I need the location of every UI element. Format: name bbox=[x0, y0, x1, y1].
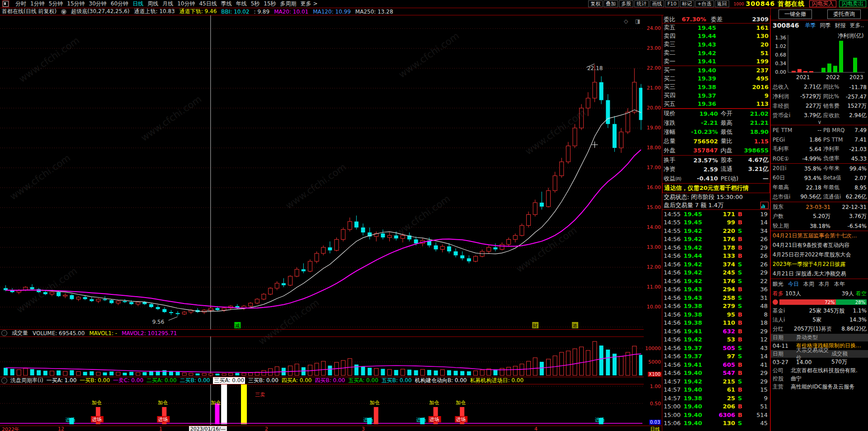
menu-item-日线[interactable]: 日线 bbox=[132, 0, 143, 8]
menu-item-年线[interactable]: 年线 bbox=[236, 0, 247, 8]
block-trade-table: 日期大宗交易成交价成交额03-2714.00570万 bbox=[771, 350, 868, 366]
sell-book: 卖五19.45161卖四19.44130卖三19.4320卖二19.4251卖一… bbox=[662, 24, 770, 66]
news-item[interactable]: 04月21日有9条投资者互动内容 bbox=[771, 241, 868, 250]
info-label: PE(动) bbox=[718, 175, 744, 183]
window-icon[interactable] bbox=[3, 1, 9, 7]
f10-value: 7.49 bbox=[846, 127, 867, 133]
tick-time: 14:56 bbox=[664, 303, 684, 309]
menu-item-季线[interactable]: 季线 bbox=[221, 0, 232, 8]
news-item[interactable]: 4月21日 深股通,无大净额交易 bbox=[771, 269, 868, 279]
f10-value: 90.56亿 bbox=[796, 193, 821, 201]
f10-tab-财报[interactable]: 财报 bbox=[835, 22, 845, 29]
book-label: 卖五 bbox=[664, 24, 684, 32]
news-item[interactable]: 04月21日第五届监事会第十七次… bbox=[771, 231, 868, 241]
tool-button-多股[interactable]: 多股 bbox=[619, 0, 633, 7]
tool-button-画线[interactable]: 画线 bbox=[650, 0, 664, 7]
menu-item-10分钟[interactable]: 10分钟 bbox=[177, 0, 195, 8]
menu-item-1分钟[interactable]: 1分钟 bbox=[30, 0, 45, 8]
tick-count: 45 bbox=[748, 420, 769, 426]
holder-rows: 股东23-03-3122-12-31户数5.20万3.76万较上期38.18%-… bbox=[771, 202, 868, 231]
tool-button-复权[interactable]: 复权 bbox=[588, 0, 603, 7]
news-item[interactable]: 2023年一季报于4月22日披露 bbox=[771, 260, 868, 269]
tick-price: 19.43 bbox=[684, 286, 710, 293]
tick-count: 29 bbox=[748, 269, 769, 276]
tool-button-F10[interactable]: F10 bbox=[665, 0, 679, 7]
buy-row: 买一19.40237 bbox=[662, 66, 770, 75]
sentiment-row: 看多103人39人看空 bbox=[771, 289, 868, 298]
f10-label: 货币金i bbox=[773, 112, 796, 119]
tick-volume: 130 bbox=[710, 420, 738, 426]
f10-panel: 一键全撤 委托查询 300846 单季同季财报更多.. 净利润(亿)1.361.… bbox=[770, 8, 868, 431]
f10-value: -11.78 bbox=[846, 84, 867, 90]
order-query-button[interactable]: 委托查询 bbox=[827, 9, 861, 19]
tool-button-标记[interactable]: 标记 bbox=[680, 0, 694, 7]
menu-item-周线[interactable]: 周线 bbox=[147, 0, 158, 8]
volume-chart[interactable] bbox=[0, 336, 642, 376]
menu-item-多周期[interactable]: 多周期 bbox=[280, 0, 297, 8]
menu-item-45日线[interactable]: 45日线 bbox=[199, 0, 217, 8]
menu-item-5秒[interactable]: 5秒 bbox=[251, 0, 260, 8]
f10-label: 分红 bbox=[773, 325, 794, 333]
menu-item-60分钟[interactable]: 60分钟 bbox=[111, 0, 128, 8]
menu-item-分时[interactable]: 分时 bbox=[15, 0, 26, 8]
collapse-icon[interactable]: ◦ bbox=[1, 378, 7, 384]
cancel-all-button[interactable]: 一键全撤 bbox=[778, 9, 812, 19]
flash-buy-button[interactable]: 闪电买入 bbox=[809, 0, 836, 7]
f10-value: -4.99% bbox=[796, 156, 821, 162]
table-header-cell: 成交额 bbox=[831, 350, 867, 358]
tick-price: 19.40 bbox=[684, 386, 710, 393]
f10-label: 股东 bbox=[773, 203, 796, 211]
book-price: 19.36 bbox=[684, 100, 716, 107]
weibi-row: 委比 67.30% 委差 2309 bbox=[662, 15, 770, 24]
tick-count: 36 bbox=[748, 286, 769, 293]
book-price: 19.43 bbox=[684, 41, 716, 48]
indicator-header: ◦洗盘周期率(i)一买A: 1.00一买B: 0.00一卖C: 0.00二买A:… bbox=[0, 377, 644, 384]
indicator-tick-1.00: 1.00 bbox=[650, 384, 661, 389]
collapse-icon[interactable]: ◦ bbox=[1, 330, 7, 336]
eye-tab-本周[interactable]: 本周 bbox=[803, 280, 814, 288]
tick-time: 14:57 bbox=[664, 386, 684, 393]
tool-button-统计[interactable]: 统计 bbox=[634, 0, 649, 7]
tick-price: 19.37 bbox=[684, 353, 710, 360]
expand-arrow-icon[interactable]: ∨ bbox=[771, 120, 868, 125]
news-list[interactable]: 04月21日第五届监事会第十七次…04月21日有9条投资者互动内容4月25日召开… bbox=[771, 231, 868, 279]
tick-price: 19.38 bbox=[684, 303, 710, 309]
ad-banner[interactable]: 通达信，仅需20元查看千档行情 bbox=[662, 183, 770, 193]
f10-tab-同季[interactable]: 同季 bbox=[820, 22, 830, 29]
eye-tab-本月[interactable]: 本月 bbox=[819, 280, 830, 288]
company-row: 主营高性能的IDC服务及云服务 bbox=[771, 383, 868, 391]
main-candlestick-chart[interactable]: 22.189.56减财港 bbox=[0, 15, 642, 329]
menu-item-5分钟[interactable]: 5分钟 bbox=[49, 0, 63, 8]
tick-volume: 53 bbox=[710, 336, 738, 343]
indicator-param-2: 一卖C: 0.00 bbox=[113, 377, 143, 384]
bull-label: 看多 bbox=[773, 290, 783, 298]
f10-tab-更多..[interactable]: 更多.. bbox=[849, 22, 864, 29]
indicator-value-1: 超级底(30,27,42,25,6) bbox=[71, 8, 129, 15]
news-item[interactable]: 4月25日召开2022年度股东大会 bbox=[771, 250, 868, 260]
eye-tab-今日[interactable]: 今日 bbox=[788, 280, 799, 288]
indicator-chart[interactable]: 加仓加仓加仓加仓加仓加仓进场进场进场进场进场进场进场进场三卖 bbox=[0, 384, 642, 425]
chevron-down-icon[interactable]: v bbox=[61, 9, 66, 14]
menu-item-更多 >[interactable]: 更多 > bbox=[301, 0, 318, 8]
tool-button-返回[interactable]: 返回 bbox=[715, 0, 729, 7]
table-header: 日期异动类型 bbox=[771, 334, 868, 341]
mini-chart-icon[interactable] bbox=[760, 202, 769, 209]
f10-data-row: 年最高22.18年最低8.95 bbox=[771, 183, 868, 192]
menu-item-月线[interactable]: 月线 bbox=[162, 0, 173, 8]
menu-item-15分钟[interactable]: 15分钟 bbox=[67, 0, 85, 8]
tick-volume: 133 bbox=[710, 252, 738, 259]
info-label: 股本 bbox=[718, 156, 744, 164]
menu-item-30分钟[interactable]: 30分钟 bbox=[89, 0, 107, 8]
time-and-sales-list[interactable]: 14:5519.45171B1914:5519.4599B1414:5519.4… bbox=[662, 209, 770, 428]
tool-menu: 复权叠加多股统计画线F10标记+自选返回 1000 300846 首都在线 闪电… bbox=[588, 0, 868, 8]
tool-button-+自选[interactable]: +自选 bbox=[695, 0, 714, 7]
info-label: 涨跌 bbox=[664, 119, 684, 127]
flash-sell-button[interactable]: 闪电卖出 bbox=[839, 0, 866, 7]
info-value: 18.90 bbox=[744, 128, 769, 135]
f10-tab-单季[interactable]: 单季 bbox=[805, 22, 816, 29]
eye-tab-本年[interactable]: 本年 bbox=[834, 280, 845, 288]
volume-header: ◦成交量VOLUME: 69545.00MAVOL1: -MAVOL2: 101… bbox=[0, 329, 644, 337]
tool-button-叠加[interactable]: 叠加 bbox=[604, 0, 618, 7]
svg-text:进场: 进场 bbox=[416, 417, 426, 423]
menu-item-15秒[interactable]: 15秒 bbox=[264, 0, 276, 8]
